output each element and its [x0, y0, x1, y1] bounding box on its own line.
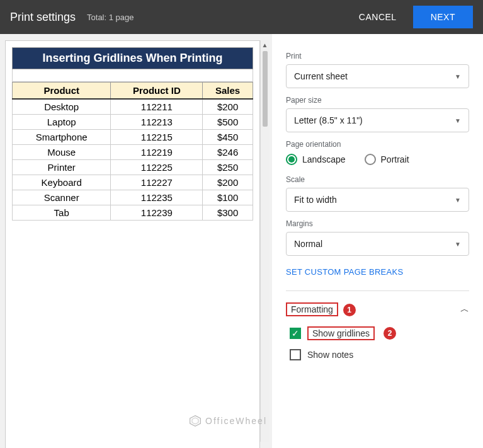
table-cell: Mouse — [13, 145, 111, 160]
margins-value: Normal — [294, 239, 322, 249]
formatting-label: Formatting — [291, 304, 333, 314]
table-row: Scanner112235$100 — [13, 190, 253, 205]
show-notes-label: Show notes — [307, 350, 353, 360]
table-cell: $250 — [203, 160, 253, 175]
scale-dropdown[interactable]: Fit to width ▼ — [286, 188, 469, 212]
table-cell: Printer — [13, 160, 111, 175]
radio-selected-icon — [286, 154, 297, 165]
print-label: Print — [286, 52, 469, 60]
table-row: Keyboard112227$200 — [13, 175, 253, 190]
annotation-badge: 1 — [343, 304, 356, 316]
table-cell: $300 — [203, 205, 253, 221]
set-custom-page-breaks-button[interactable]: SET CUSTOM PAGE BREAKS — [286, 267, 403, 277]
top-bar: Print settings Total: 1 page CANCEL NEXT — [0, 0, 483, 34]
radio-label: Landscape — [302, 154, 346, 164]
table-cell: $450 — [203, 130, 253, 145]
sheet-title: Inserting Gridlines When Printing — [12, 47, 253, 69]
scale-value: Fit to width — [294, 195, 337, 205]
table-cell: 112239 — [111, 205, 203, 221]
chevron-up-icon: ︿ — [460, 304, 469, 315]
table-row: Laptop112213$500 — [13, 115, 253, 130]
annotation-box: Show gridlines — [307, 326, 375, 340]
table-cell: Desktop — [13, 99, 111, 115]
table-cell: 112211 — [111, 99, 203, 115]
orientation-portrait-radio[interactable]: Portrait — [365, 154, 409, 165]
table-cell: 112235 — [111, 190, 203, 205]
orientation-landscape-radio[interactable]: Landscape — [286, 154, 346, 165]
table-row: Mouse112219$246 — [13, 145, 253, 160]
page-total: Total: 1 page — [87, 13, 134, 22]
table-cell: Laptop — [13, 115, 111, 130]
caret-down-icon: ▼ — [455, 73, 461, 80]
print-value: Current sheet — [294, 71, 348, 81]
table-cell: $500 — [203, 115, 253, 130]
show-notes-checkbox[interactable] — [290, 349, 301, 360]
formatting-section-header[interactable]: Formatting 1 ︿ — [286, 301, 469, 318]
annotation-badge: 2 — [384, 327, 396, 340]
data-table: Product Product ID Sales Desktop112211$2… — [12, 82, 253, 221]
preview-sheet: Inserting Gridlines When Printing Produc… — [5, 40, 260, 448]
preview-scrollbar[interactable]: ▲ — [260, 40, 269, 442]
table-cell: Scanner — [13, 190, 111, 205]
scroll-up-icon[interactable]: ▲ — [262, 40, 268, 50]
table-cell: 112225 — [111, 160, 203, 175]
table-row: Desktop112211$200 — [13, 99, 253, 115]
radio-label: Portrait — [381, 154, 409, 164]
scale-label: Scale — [286, 175, 469, 184]
col-header: Product — [13, 83, 111, 100]
caret-down-icon: ▼ — [455, 117, 461, 124]
margins-label: Margins — [286, 219, 469, 228]
scroll-thumb[interactable] — [263, 51, 268, 127]
margins-dropdown[interactable]: Normal ▼ — [286, 232, 469, 256]
show-gridlines-checkbox[interactable]: ✓ — [290, 328, 301, 339]
table-cell: $100 — [203, 190, 253, 205]
next-button[interactable]: NEXT — [413, 6, 473, 28]
table-cell: 112219 — [111, 145, 203, 160]
table-cell: 112213 — [111, 115, 203, 130]
caret-down-icon: ▼ — [455, 241, 461, 248]
table-cell: 112215 — [111, 130, 203, 145]
table-cell: $246 — [203, 145, 253, 160]
paper-size-value: Letter (8.5" x 11") — [294, 115, 363, 125]
table-cell: $200 — [203, 175, 253, 190]
table-row: Tab112239$300 — [13, 205, 253, 221]
table-row: Printer112225$250 — [13, 160, 253, 175]
print-preview: Inserting Gridlines When Printing Produc… — [0, 34, 272, 448]
col-header: Product ID — [111, 83, 203, 100]
print-dropdown[interactable]: Current sheet ▼ — [286, 64, 469, 88]
paper-size-label: Paper size — [286, 96, 469, 105]
table-cell: Smartphone — [13, 130, 111, 145]
cancel-button[interactable]: CANCEL — [348, 6, 408, 28]
page-title: Print settings — [10, 11, 76, 24]
table-cell: Tab — [13, 205, 111, 221]
table-cell: $200 — [203, 99, 253, 115]
table-cell: 112227 — [111, 175, 203, 190]
annotation-box: Formatting — [286, 302, 338, 316]
settings-panel: Print Current sheet ▼ Paper size Letter … — [272, 34, 483, 448]
orientation-label: Page orientation — [286, 140, 469, 149]
paper-size-dropdown[interactable]: Letter (8.5" x 11") ▼ — [286, 108, 469, 132]
caret-down-icon: ▼ — [455, 197, 461, 204]
table-cell: Keyboard — [13, 175, 111, 190]
col-header: Sales — [203, 83, 253, 100]
table-row: Smartphone112215$450 — [13, 130, 253, 145]
show-gridlines-label: Show gridlines — [312, 328, 370, 338]
divider — [286, 290, 469, 291]
radio-unselected-icon — [365, 154, 376, 165]
